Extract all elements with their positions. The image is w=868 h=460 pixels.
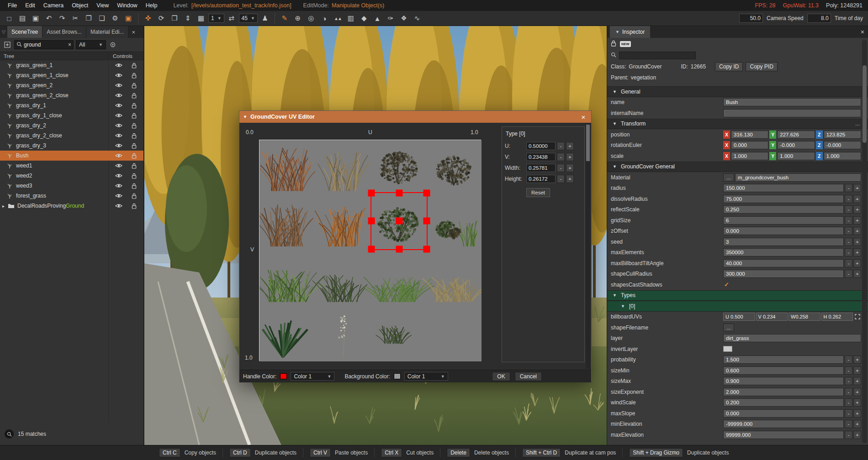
decrement-button[interactable]: - [845, 270, 852, 278]
copy-icon[interactable]: ❐ [83, 12, 95, 24]
lock-icon[interactable] [132, 103, 137, 109]
lock-icon[interactable] [132, 193, 137, 199]
increment-button[interactable]: + [853, 205, 861, 214]
lock-icon[interactable] [132, 143, 137, 149]
tree-item-weed3[interactable]: weed3 [0, 181, 143, 191]
increment-button[interactable]: + [853, 259, 861, 267]
tab-material-edi[interactable]: Material Edi... [86, 26, 128, 38]
tree-item-grass-dry-2[interactable]: grass_dry_2 [0, 120, 143, 131]
undo-icon[interactable]: ↶ [43, 12, 55, 24]
move-gizmo-icon[interactable]: ✜ [142, 12, 154, 24]
new-file-icon[interactable]: □ [3, 12, 15, 24]
tab-inspector[interactable]: ▼ Inspector [610, 26, 650, 38]
uv-selection-handle[interactable] [423, 246, 430, 252]
section-options-button[interactable]: ... [855, 120, 860, 127]
decrement-button[interactable]: - [845, 227, 852, 235]
close-icon[interactable]: × [861, 26, 864, 38]
reset-button[interactable]: Reset [526, 188, 550, 197]
uv-height-input[interactable] [526, 175, 556, 183]
terrain-tool-icon[interactable]: ▲ [371, 12, 383, 24]
minelevation-input[interactable]: -99999.000 [723, 420, 844, 428]
tree-item-grass-green-2-close[interactable]: grass_green_2_close [0, 90, 143, 100]
editmode-value[interactable]: Manipulate Object(s) [332, 2, 384, 9]
billboarduvs-v[interactable]: V 0.234 [756, 313, 788, 321]
increment-button[interactable]: + [853, 366, 861, 375]
maxelements-input[interactable]: 350000 [723, 248, 844, 256]
expand-chevron-icon[interactable]: ▸ [2, 204, 7, 209]
panel-collapse-icon[interactable]: ▽ [0, 26, 7, 38]
gridsize-input[interactable]: 6 [723, 216, 844, 225]
decal-tool-icon[interactable]: ◆ [358, 12, 370, 24]
collapse-triangle-icon[interactable]: ▼ [621, 304, 625, 308]
forest-tool-icon[interactable]: ▲▲ [332, 12, 344, 24]
tree-item-weed1[interactable]: weed1 [0, 161, 143, 171]
increment-button[interactable]: + [566, 175, 574, 183]
decrement-button[interactable]: - [557, 142, 565, 150]
collapse-triangle-icon[interactable]: ▼ [613, 121, 617, 126]
rotationeuler-x-input[interactable]: 0.000 [731, 141, 768, 149]
lock-icon[interactable] [132, 63, 137, 68]
layers-tool-icon[interactable]: ▥ [345, 12, 357, 24]
layer-input[interactable]: dirt_grass [723, 334, 861, 342]
rotationeuler-y-input[interactable]: -0.000 [777, 141, 815, 149]
visibility-eye-icon[interactable] [115, 163, 122, 168]
tree-item-bush[interactable]: Bush [0, 151, 143, 161]
seed-input[interactable]: 3 [723, 238, 844, 246]
tree-item-decalroadsprovingground[interactable]: ▸DecalRoadsProvingGround [0, 201, 143, 211]
background-color-dropdown[interactable]: Color 1 ▼ [404, 372, 448, 381]
copy-pid-button[interactable]: Copy PID [746, 62, 777, 71]
decrement-button[interactable]: - [845, 409, 852, 418]
increment-button[interactable]: + [566, 153, 574, 161]
visibility-eye-icon[interactable] [115, 93, 122, 98]
visibility-eye-icon[interactable] [115, 193, 122, 199]
ok-button[interactable]: OK [492, 372, 510, 381]
uv-selection-handle[interactable] [368, 189, 375, 196]
billboarduvs-w[interactable]: W0.258 [789, 313, 820, 321]
increment-button[interactable]: + [566, 142, 574, 150]
uv-selection-handle[interactable] [368, 246, 375, 252]
rotate-gizmo-icon[interactable]: ⟳ [155, 12, 167, 24]
dialog-collapse-icon[interactable]: ▼ [243, 115, 247, 119]
lock-icon[interactable] [132, 73, 137, 78]
scrollbar-thumb[interactable] [863, 65, 867, 143]
cut-icon[interactable]: ✂ [69, 12, 81, 24]
dissolveradius-input[interactable]: 75.000 [723, 195, 844, 203]
background-color-swatch[interactable] [394, 373, 401, 379]
uv-selection-handle[interactable] [396, 189, 402, 196]
increment-button[interactable]: + [853, 420, 861, 428]
dialog-titlebar[interactable]: ▼ GroundCover UV Editor × [239, 111, 591, 123]
position-z-input[interactable]: 123.825 [824, 131, 861, 139]
menu-view[interactable]: View [92, 1, 113, 10]
increment-button[interactable]: + [853, 184, 861, 192]
filter-dropdown[interactable]: All ▼ [76, 40, 106, 49]
section-general[interactable]: ▼General [607, 86, 868, 97]
decrement-button[interactable]: - [845, 420, 852, 428]
uv-u-input[interactable] [526, 142, 556, 150]
section-groundcover-general[interactable]: ▼GroundCover General [607, 162, 868, 172]
clear-search-icon[interactable]: × [68, 42, 71, 48]
draw-pencil-icon[interactable]: ✎ [279, 12, 291, 24]
uv-atlas[interactable] [259, 140, 481, 361]
scale-z-input[interactable]: 1.000 [824, 152, 861, 160]
dialog-scrollbar[interactable] [586, 124, 590, 369]
radius-input[interactable]: 150.000 [723, 184, 844, 192]
visibility-eye-icon[interactable] [115, 133, 122, 138]
increment-button[interactable]: + [853, 355, 861, 364]
handle-color-swatch[interactable] [280, 373, 287, 379]
increment-button[interactable]: + [853, 248, 861, 256]
section-types[interactable]: ▼Types [607, 290, 868, 301]
snap-grid-icon[interactable]: ▦ [195, 12, 207, 24]
tree-item-grass-green-2[interactable]: grass_green_2 [0, 80, 143, 90]
decrement-button[interactable]: - [845, 388, 852, 396]
search-box[interactable]: × [14, 40, 74, 49]
probability-input[interactable]: 1.500 [723, 355, 844, 364]
save-icon[interactable]: ▣ [30, 12, 42, 24]
decrement-button[interactable]: - [845, 184, 852, 192]
visibility-eye-icon[interactable] [115, 73, 122, 78]
windscale-input[interactable]: 0.200 [723, 398, 844, 407]
decrement-button[interactable]: - [845, 205, 852, 214]
handle-color-dropdown[interactable]: Color 1 ▼ [291, 372, 334, 381]
scrollbar-thumb[interactable] [586, 125, 590, 161]
tree-item-grass-green-1-close[interactable]: grass_green_1_close [0, 70, 143, 80]
material-browse-button[interactable]: ... [723, 173, 734, 182]
